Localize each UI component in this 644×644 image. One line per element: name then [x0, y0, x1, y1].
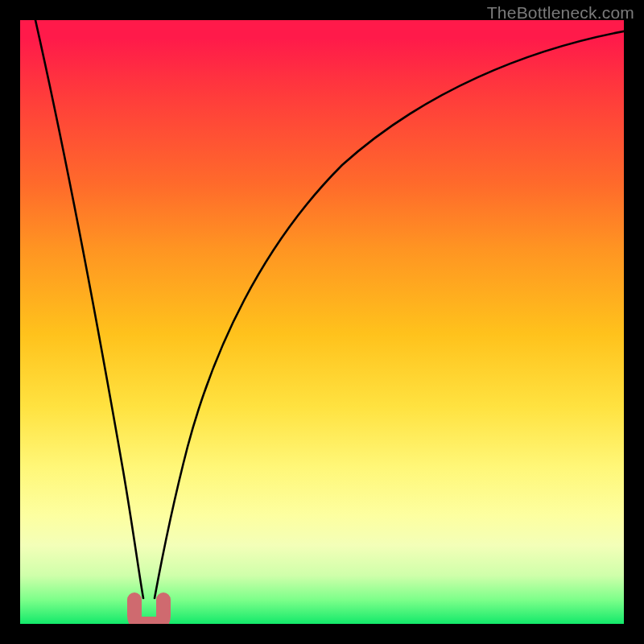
bottleneck-curve-line: [35, 20, 624, 598]
chart-frame: TheBottleneck.com: [0, 0, 644, 644]
plot-area: [20, 20, 624, 624]
minimum-marker-icon: [134, 600, 163, 624]
watermark-label: TheBottleneck.com: [487, 3, 634, 23]
curve-layer: [20, 20, 624, 624]
